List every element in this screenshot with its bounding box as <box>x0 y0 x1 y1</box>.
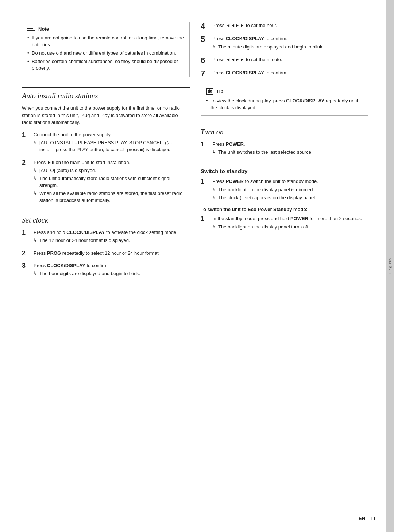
note-item-3: Batteries contain chemical substances, s… <box>27 58 184 72</box>
power-bold-eco: POWER <box>290 216 308 221</box>
note-item-2: Do not use old and new or different type… <box>27 50 184 57</box>
note-label: Note <box>38 26 49 32</box>
turn-on-step-num-1: 1 <box>201 141 209 149</box>
standby-title: Switch to standby <box>201 168 368 174</box>
standby-step-1-sub: The backlight on the display panel is di… <box>212 187 368 202</box>
step-1-sub: [AUTO INSTALL - PLEASE PRESS PLAY, STOP … <box>34 140 190 153</box>
note-header: Note <box>27 26 184 32</box>
tip-label: Tip <box>216 89 223 94</box>
page-number: EN 11 <box>359 516 376 521</box>
step-5-sub-1: The minute digits are displayed and begi… <box>212 44 368 51</box>
step-num-6: 6 <box>201 56 209 65</box>
standby-step-1: 1 Press POWER to switch the unit to stan… <box>201 178 368 202</box>
eco-step-1-content: In the standby mode, press and hold POWE… <box>212 215 368 231</box>
skip-bold-6: ◄◄►► <box>226 57 244 62</box>
step-5-content: Press CLOCK/DISPLAY to confirm. The minu… <box>212 35 368 51</box>
left-column: Note If you are not going to use the rem… <box>22 22 190 517</box>
turn-on-step-1: 1 Press POWER. The unit switches to the … <box>201 141 368 157</box>
set-clock-step-3: 3 Press CLOCK/DISPLAY to confirm. The ho… <box>22 262 190 278</box>
page-en: EN <box>359 516 365 521</box>
page-num-value: 11 <box>371 516 376 521</box>
turn-on-steps: 1 Press POWER. The unit switches to the … <box>201 141 368 157</box>
set-clock-step-1-sub-1: The 12 hour or 24 hour format is display… <box>34 237 190 244</box>
power-bold-standby: POWER <box>226 179 244 184</box>
standby-sub-2: The clock (if set) appears on the displa… <box>212 195 368 202</box>
note-list: If you are not going to use the remote c… <box>27 35 184 72</box>
step-2-content: Press ►II on the main unit to start inst… <box>34 159 190 205</box>
set-clock-step-num-2: 2 <box>22 250 30 258</box>
power-bold-turnon: POWER <box>226 141 244 147</box>
skip-bold-4: ◄◄►► <box>226 23 244 28</box>
step-7-content: Press CLOCK/DISPLAY to confirm. <box>212 69 368 77</box>
tip-icon: ✱ <box>206 88 213 95</box>
auto-install-intro: When you connect the unit to the power s… <box>22 105 190 126</box>
eco-step-1: 1 In the standby mode, press and hold PO… <box>201 215 368 231</box>
clock-display-bold-tip: CLOCK/DISPLAY <box>286 98 324 103</box>
side-tab: English <box>386 0 394 532</box>
clock-display-bold-7: CLOCK/DISPLAY <box>226 70 264 75</box>
step-5-sub: The minute digits are displayed and begi… <box>212 44 368 51</box>
tip-list: To view the clock during play, press CLO… <box>206 97 363 112</box>
step-1-sub-1: [AUTO INSTALL - PLEASE PRESS PLAY, STOP … <box>34 140 190 153</box>
page-container: Note If you are not going to use the rem… <box>0 0 394 532</box>
clock-display-bold-5: CLOCK/DISPLAY <box>226 36 264 41</box>
right-step-5: 5 Press CLOCK/DISPLAY to confirm. The mi… <box>201 35 368 51</box>
step-num-1: 1 <box>22 131 30 139</box>
auto-install-step-2: 2 Press ►II on the main unit to start in… <box>22 159 190 205</box>
step-num-4: 4 <box>201 22 209 31</box>
clock-display-bold-1: CLOCK/DISPLAY <box>66 230 105 235</box>
step-num-2: 2 <box>22 159 30 167</box>
set-clock-step-2-content: Press PROG repeatedly to select 12 hour … <box>34 250 190 257</box>
set-clock-step-num-1: 1 <box>22 229 30 237</box>
auto-install-title: Auto install radio stations <box>22 92 190 100</box>
set-clock-step-2: 2 Press PROG repeatedly to select 12 hou… <box>22 250 190 258</box>
set-clock-step-num-3: 3 <box>22 262 30 270</box>
turn-on-sub-1: The unit switches to the last selected s… <box>212 149 368 156</box>
auto-install-steps: 1 Connect the unit to the power supply. … <box>22 131 190 205</box>
right-column: 4 Press ◄◄►► to set the hour. 5 Press CL… <box>201 22 368 517</box>
eco-power-label: To switch the unit to Eco Power Standby … <box>201 207 368 212</box>
auto-install-step-1: 1 Connect the unit to the power supply. … <box>22 131 190 154</box>
step-2-sub: [AUTO] (auto) is displayed. The unit aut… <box>34 167 190 204</box>
right-step-4: 4 Press ◄◄►► to set the hour. <box>201 22 368 31</box>
set-clock-divider <box>22 212 190 212</box>
step-1-content: Connect the unit to the power supply. [A… <box>34 131 190 154</box>
step-2-text: Press ►II on the main unit to start inst… <box>34 160 130 165</box>
standby-divider <box>201 164 368 164</box>
set-clock-step-3-content: Press CLOCK/DISPLAY to confirm. The hour… <box>34 262 190 278</box>
set-clock-step-1-sub: The 12 hour or 24 hour format is display… <box>34 237 190 244</box>
right-step-7: 7 Press CLOCK/DISPLAY to confirm. <box>201 69 368 78</box>
step-2-sub-1: [AUTO] (auto) is displayed. <box>34 167 190 174</box>
step-1-text: Connect the unit to the power supply. <box>34 132 112 137</box>
tip-box: ✱ Tip To view the clock during play, pre… <box>201 84 368 116</box>
tip-item-1: To view the clock during play, press CLO… <box>206 97 363 112</box>
eco-step-1-sub: The backlight on the display panel turns… <box>212 224 368 231</box>
note-icon <box>27 26 35 32</box>
right-step-6: 6 Press ◄◄►► to set the minute. <box>201 56 368 65</box>
side-tab-label: English <box>388 258 392 274</box>
set-clock-step-3-sub-1: The hour digits are displayed and begin … <box>34 270 190 277</box>
clock-display-bold-2: CLOCK/DISPLAY <box>47 263 85 268</box>
step-2-sub-2: The unit automatically store radio stati… <box>34 175 190 189</box>
turn-on-divider <box>201 124 368 124</box>
step-num-7: 7 <box>201 69 209 78</box>
step-num-5: 5 <box>201 35 209 44</box>
set-clock-title: Set clock <box>22 216 190 224</box>
set-clock-step-1-content: Press and hold CLOCK/DISPLAY to activate… <box>34 229 190 245</box>
eco-step-num-1: 1 <box>201 215 209 223</box>
turn-on-step-1-content: Press POWER. The unit switches to the la… <box>212 141 368 157</box>
standby-steps: 1 Press POWER to switch the unit to stan… <box>201 178 368 202</box>
tip-header: ✱ Tip <box>206 88 363 95</box>
prog-bold: PROG <box>47 250 61 256</box>
note-box: Note If you are not going to use the rem… <box>22 22 190 77</box>
auto-install-divider <box>22 87 190 88</box>
set-clock-step-3-sub: The hour digits are displayed and begin … <box>34 270 190 277</box>
right-top-steps: 4 Press ◄◄►► to set the hour. 5 Press CL… <box>201 22 368 78</box>
step-4-content: Press ◄◄►► to set the hour. <box>212 22 368 29</box>
turn-on-title: Turn on <box>201 128 368 136</box>
turn-on-step-1-sub: The unit switches to the last selected s… <box>212 149 368 156</box>
standby-step-num-1: 1 <box>201 178 209 186</box>
note-item-1: If you are not going to use the remote c… <box>27 35 184 48</box>
step-6-content: Press ◄◄►► to set the minute. <box>212 56 368 63</box>
standby-step-1-content: Press POWER to switch the unit to standb… <box>212 178 368 202</box>
